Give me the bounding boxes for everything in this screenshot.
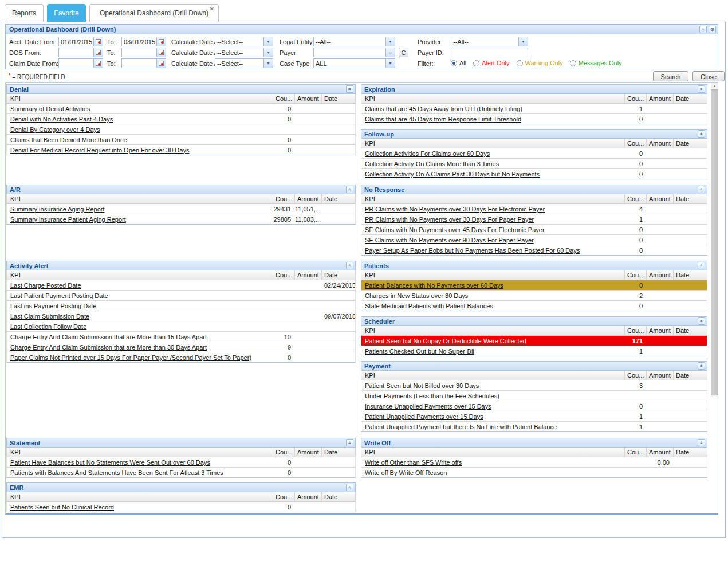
collapse-icon[interactable]: » <box>346 85 353 93</box>
calc-date-select[interactable]: --Select-- ▼ <box>215 37 273 46</box>
kpi-link[interactable]: Denial with No Activities Past 4 Days <box>10 116 113 123</box>
col-header-count[interactable]: Cou... <box>625 326 647 335</box>
kpi-link[interactable]: Under Payments (Less than the Fee Schedu… <box>365 393 499 399</box>
collapse-icon[interactable]: » <box>698 85 705 93</box>
col-header-amount[interactable]: Amount <box>647 270 674 280</box>
col-header-date[interactable]: Date <box>322 94 355 103</box>
kpi-link[interactable]: Charges in New Status over 30 Days <box>365 292 468 299</box>
kpi-link[interactable]: Claims that are 45 Days Away from UTL(Un… <box>365 105 522 112</box>
kpi-link[interactable]: Patient Seen but Not Billed over 30 Days <box>365 382 479 389</box>
calendar-icon[interactable] <box>156 37 166 46</box>
col-header-date[interactable]: Date <box>674 94 707 103</box>
col-header-date[interactable]: Date <box>674 194 707 203</box>
kpi-link[interactable]: Denial For Medical Record Request info O… <box>10 147 189 154</box>
col-header-count[interactable]: Cou... <box>273 492 295 501</box>
col-header-date[interactable]: Date <box>322 270 355 280</box>
col-header-date[interactable]: Date <box>674 270 707 280</box>
collapse-icon[interactable]: » <box>698 262 705 269</box>
col-header-date[interactable]: Date <box>674 139 707 148</box>
calendar-icon[interactable] <box>156 48 166 57</box>
kpi-link[interactable]: Claims that Been Denied More than Once <box>10 136 127 143</box>
calendar-icon[interactable] <box>93 37 103 46</box>
col-header-count[interactable]: Cou... <box>625 139 647 148</box>
claim-date-from-input[interactable] <box>58 58 103 68</box>
scroll-up-icon[interactable]: ▲ <box>711 83 718 89</box>
collapse-icon[interactable]: » <box>346 262 353 269</box>
col-header-kpi[interactable]: KPI <box>361 270 625 280</box>
kpi-link[interactable]: Last ins Payment Posting Date <box>10 303 96 309</box>
payer-lookup-input[interactable]: ○ <box>313 48 395 57</box>
col-header-kpi[interactable]: KPI <box>7 194 273 203</box>
radio-messages-only[interactable] <box>570 60 576 66</box>
kpi-link[interactable]: Last Patient Payment Posting Date <box>10 292 108 299</box>
kpi-link[interactable]: Collection Activity On Claims More than … <box>365 160 499 167</box>
legal-entity-select[interactable]: --All-- ▼ <box>313 37 395 46</box>
collapse-icon[interactable]: » <box>698 130 705 138</box>
col-header-amount[interactable]: Amount <box>295 492 322 501</box>
col-header-date[interactable]: Date <box>322 492 355 501</box>
chevron-down-icon[interactable]: ▼ <box>263 48 273 57</box>
radio-warning-only[interactable] <box>517 60 523 66</box>
col-header-date[interactable]: Date <box>674 371 707 380</box>
tab-favorite[interactable]: Favorite <box>47 4 86 22</box>
collapse-panel-button[interactable]: » <box>699 26 707 33</box>
kpi-link[interactable]: PR Claims with No Payments over 30 Days … <box>365 206 545 213</box>
gear-icon[interactable]: ⚙ <box>709 26 716 33</box>
col-header-count[interactable]: Cou... <box>273 94 295 103</box>
kpi-link[interactable]: Charge Entry And Claim Submission that a… <box>10 334 207 340</box>
kpi-link[interactable]: Summary insurance Patient Aging Report <box>10 216 126 223</box>
tab-reports[interactable]: Reports <box>5 4 44 22</box>
kpi-link[interactable]: State Medicaid Patients with Patient Bal… <box>365 303 495 309</box>
col-header-count[interactable]: Cou... <box>625 448 647 457</box>
col-header-kpi[interactable]: KPI <box>361 139 625 148</box>
col-header-kpi[interactable]: KPI <box>361 194 625 203</box>
calendar-icon[interactable] <box>156 59 166 68</box>
kpi-link[interactable]: Patient Seen but No Copay Or Deductible … <box>365 338 526 344</box>
collapse-icon[interactable]: » <box>698 362 705 370</box>
search-button[interactable]: Search <box>653 71 688 81</box>
kpi-link[interactable]: Last Collection Follow Date <box>10 323 86 330</box>
chevron-down-icon[interactable]: ▼ <box>518 37 528 46</box>
col-header-count[interactable]: Cou... <box>273 194 295 203</box>
kpi-link[interactable]: Patient Balances with No Payments over 6… <box>365 282 503 289</box>
kpi-link[interactable]: Patients with Balances And Statements Ha… <box>10 469 223 476</box>
col-header-amount[interactable]: Amount <box>647 326 674 335</box>
col-header-date[interactable]: Date <box>674 448 707 457</box>
collapse-icon[interactable]: » <box>346 186 353 193</box>
chevron-down-icon[interactable]: ▼ <box>263 59 273 68</box>
col-header-kpi[interactable]: KPI <box>361 94 625 103</box>
col-header-count[interactable]: Cou... <box>625 371 647 380</box>
chevron-down-icon[interactable]: ▼ <box>385 59 395 68</box>
kpi-link[interactable]: Patients Seen but No Clinical Record <box>10 504 114 511</box>
kpi-link[interactable]: PR Claims with No Payments over 30 Days … <box>365 216 534 223</box>
col-header-count[interactable]: Cou... <box>273 270 295 280</box>
col-header-kpi[interactable]: KPI <box>7 94 273 103</box>
case-type-select[interactable]: ALL ▼ <box>313 58 395 68</box>
dos-from-input[interactable] <box>58 48 103 57</box>
col-header-amount[interactable]: Amount <box>647 448 674 457</box>
col-header-amount[interactable]: Amount <box>295 270 322 280</box>
vertical-scrollbar[interactable]: ▲ <box>711 83 718 397</box>
radio-alert-only[interactable] <box>473 60 479 66</box>
col-header-kpi[interactable]: KPI <box>361 326 625 335</box>
dos-to-input[interactable] <box>121 48 166 57</box>
col-header-amount[interactable]: Amount <box>647 94 674 103</box>
kpi-link[interactable]: Insurance Unapplied Payments over 15 Day… <box>365 403 491 410</box>
kpi-link[interactable]: Charge Entry And Claim Submission that a… <box>10 344 207 351</box>
kpi-link[interactable]: Claims that are 45 Days from Response Li… <box>365 116 521 123</box>
kpi-link[interactable]: SE Claims with No Payments over 90 Days … <box>365 237 534 244</box>
col-header-amount[interactable]: Amount <box>647 194 674 203</box>
kpi-link[interactable]: Patient Unapplied Payment but there Is N… <box>365 423 557 430</box>
collapse-icon[interactable]: » <box>698 186 705 193</box>
col-header-amount[interactable]: Amount <box>295 448 322 457</box>
col-header-kpi[interactable]: KPI <box>7 492 273 501</box>
kpi-link[interactable]: Summary insurance Aging Report <box>10 206 104 213</box>
chevron-down-icon[interactable]: ▼ <box>385 37 395 46</box>
lookup-icon[interactable]: ○ <box>385 48 395 57</box>
tab-operational-dashboard[interactable]: Operational Dashboard (Drill Down) ✕ <box>89 4 219 22</box>
col-header-count[interactable]: Cou... <box>625 194 647 203</box>
col-header-count[interactable]: Cou... <box>273 448 295 457</box>
collapse-icon[interactable]: » <box>698 439 705 446</box>
acct-date-to-input[interactable]: 03/01/2015 <box>121 37 166 46</box>
calc-date-select[interactable]: --Select-- ▼ <box>215 48 273 57</box>
